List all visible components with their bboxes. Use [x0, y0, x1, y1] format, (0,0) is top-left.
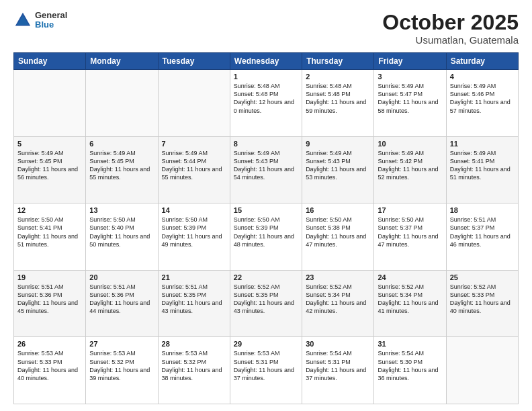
day-number: 11 [450, 140, 515, 148]
calendar-cell: 26Sunrise: 5:53 AM Sunset: 5:33 PM Dayli… [14, 337, 86, 404]
calendar-cell: 13Sunrise: 5:50 AM Sunset: 5:40 PM Dayli… [86, 203, 158, 271]
day-number: 12 [17, 206, 82, 214]
calendar-week-row: 19Sunrise: 5:51 AM Sunset: 5:36 PM Dayli… [14, 270, 519, 337]
calendar-cell: 10Sunrise: 5:49 AM Sunset: 5:42 PM Dayli… [374, 136, 446, 203]
day-number: 4 [450, 73, 515, 81]
calendar-cell: 11Sunrise: 5:49 AM Sunset: 5:41 PM Dayli… [446, 136, 518, 203]
cell-info: Sunrise: 5:48 AM Sunset: 5:48 PM Dayligh… [306, 82, 370, 115]
calendar-cell: 27Sunrise: 5:53 AM Sunset: 5:32 PM Dayli… [86, 337, 158, 404]
calendar-cell: 6Sunrise: 5:49 AM Sunset: 5:45 PM Daylig… [86, 136, 158, 203]
location: Usumatlan, Guatemala [382, 34, 519, 46]
calendar-cell: 25Sunrise: 5:52 AM Sunset: 5:33 PM Dayli… [446, 270, 518, 337]
calendar-cell: 23Sunrise: 5:52 AM Sunset: 5:34 PM Dayli… [302, 270, 374, 337]
weekday-header-row: SundayMondayTuesdayWednesdayThursdayFrid… [14, 53, 519, 70]
calendar-week-row: 5Sunrise: 5:49 AM Sunset: 5:45 PM Daylig… [14, 136, 519, 203]
weekday-header-thursday: Thursday [302, 53, 374, 70]
day-number: 19 [17, 273, 82, 281]
month-title: October 2025 [382, 11, 519, 34]
calendar-cell: 1Sunrise: 5:48 AM Sunset: 5:48 PM Daylig… [230, 70, 302, 137]
calendar-cell: 4Sunrise: 5:49 AM Sunset: 5:46 PM Daylig… [446, 70, 518, 137]
calendar-week-row: 12Sunrise: 5:50 AM Sunset: 5:41 PM Dayli… [14, 203, 519, 271]
cell-info: Sunrise: 5:50 AM Sunset: 5:40 PM Dayligh… [89, 216, 154, 248]
day-number: 14 [162, 206, 226, 214]
day-number: 20 [89, 273, 154, 281]
cell-info: Sunrise: 5:52 AM Sunset: 5:35 PM Dayligh… [234, 283, 298, 316]
cell-info: Sunrise: 5:54 AM Sunset: 5:31 PM Dayligh… [306, 349, 370, 382]
weekday-header-sunday: Sunday [14, 53, 86, 70]
weekday-header-saturday: Saturday [446, 53, 518, 70]
cell-info: Sunrise: 5:51 AM Sunset: 5:37 PM Dayligh… [450, 216, 515, 248]
calendar-cell: 18Sunrise: 5:51 AM Sunset: 5:37 PM Dayli… [446, 203, 518, 271]
logo: General Blue [13, 11, 67, 30]
day-number: 3 [378, 73, 442, 81]
cell-info: Sunrise: 5:51 AM Sunset: 5:36 PM Dayligh… [89, 283, 154, 316]
cell-info: Sunrise: 5:51 AM Sunset: 5:35 PM Dayligh… [162, 283, 226, 316]
day-number: 31 [378, 340, 442, 348]
calendar-cell: 20Sunrise: 5:51 AM Sunset: 5:36 PM Dayli… [86, 270, 158, 337]
day-number: 2 [306, 73, 370, 81]
logo-text: General Blue [35, 11, 67, 30]
cell-info: Sunrise: 5:53 AM Sunset: 5:32 PM Dayligh… [89, 349, 154, 382]
cell-info: Sunrise: 5:49 AM Sunset: 5:43 PM Dayligh… [234, 149, 298, 182]
calendar-cell: 28Sunrise: 5:53 AM Sunset: 5:32 PM Dayli… [158, 337, 230, 404]
day-number: 10 [378, 140, 442, 148]
cell-info: Sunrise: 5:52 AM Sunset: 5:34 PM Dayligh… [378, 283, 442, 316]
logo-icon [13, 11, 32, 30]
day-number: 8 [234, 140, 298, 148]
calendar-week-row: 1Sunrise: 5:48 AM Sunset: 5:48 PM Daylig… [14, 70, 519, 137]
cell-info: Sunrise: 5:49 AM Sunset: 5:42 PM Dayligh… [378, 149, 442, 182]
calendar-cell: 24Sunrise: 5:52 AM Sunset: 5:34 PM Dayli… [374, 270, 446, 337]
calendar-cell [14, 70, 86, 137]
day-number: 26 [17, 340, 82, 348]
cell-info: Sunrise: 5:49 AM Sunset: 5:45 PM Dayligh… [89, 149, 154, 182]
calendar-cell: 12Sunrise: 5:50 AM Sunset: 5:41 PM Dayli… [14, 203, 86, 271]
header: General Blue October 2025 Usumatlan, Gua… [13, 11, 519, 46]
cell-info: Sunrise: 5:50 AM Sunset: 5:39 PM Dayligh… [162, 216, 226, 248]
cell-info: Sunrise: 5:49 AM Sunset: 5:44 PM Dayligh… [162, 149, 226, 182]
cell-info: Sunrise: 5:49 AM Sunset: 5:41 PM Dayligh… [450, 149, 515, 182]
calendar-cell: 7Sunrise: 5:49 AM Sunset: 5:44 PM Daylig… [158, 136, 230, 203]
cell-info: Sunrise: 5:51 AM Sunset: 5:36 PM Dayligh… [17, 283, 82, 316]
calendar-cell: 9Sunrise: 5:49 AM Sunset: 5:43 PM Daylig… [302, 136, 374, 203]
day-number: 9 [306, 140, 370, 148]
cell-info: Sunrise: 5:48 AM Sunset: 5:48 PM Dayligh… [234, 82, 298, 115]
calendar-cell: 19Sunrise: 5:51 AM Sunset: 5:36 PM Dayli… [14, 270, 86, 337]
cell-info: Sunrise: 5:50 AM Sunset: 5:39 PM Dayligh… [234, 216, 298, 248]
page: General Blue October 2025 Usumatlan, Gua… [0, 0, 532, 411]
calendar-cell: 22Sunrise: 5:52 AM Sunset: 5:35 PM Dayli… [230, 270, 302, 337]
calendar-cell: 30Sunrise: 5:54 AM Sunset: 5:31 PM Dayli… [302, 337, 374, 404]
cell-info: Sunrise: 5:54 AM Sunset: 5:30 PM Dayligh… [378, 349, 442, 382]
cell-info: Sunrise: 5:53 AM Sunset: 5:32 PM Dayligh… [162, 349, 226, 382]
day-number: 29 [234, 340, 298, 348]
cell-info: Sunrise: 5:50 AM Sunset: 5:41 PM Dayligh… [17, 216, 82, 248]
calendar-cell: 8Sunrise: 5:49 AM Sunset: 5:43 PM Daylig… [230, 136, 302, 203]
weekday-header-friday: Friday [374, 53, 446, 70]
cell-info: Sunrise: 5:50 AM Sunset: 5:38 PM Dayligh… [306, 216, 370, 248]
day-number: 23 [306, 273, 370, 281]
cell-info: Sunrise: 5:50 AM Sunset: 5:37 PM Dayligh… [378, 216, 442, 248]
logo-blue-text: Blue [35, 20, 67, 30]
calendar-cell: 15Sunrise: 5:50 AM Sunset: 5:39 PM Dayli… [230, 203, 302, 271]
cell-info: Sunrise: 5:53 AM Sunset: 5:33 PM Dayligh… [17, 349, 82, 382]
calendar-week-row: 26Sunrise: 5:53 AM Sunset: 5:33 PM Dayli… [14, 337, 519, 404]
day-number: 22 [234, 273, 298, 281]
day-number: 13 [89, 206, 154, 214]
calendar-cell [446, 337, 518, 404]
calendar-cell: 21Sunrise: 5:51 AM Sunset: 5:35 PM Dayli… [158, 270, 230, 337]
logo-general-text: General [35, 11, 67, 20]
calendar-cell [86, 70, 158, 137]
calendar-cell: 5Sunrise: 5:49 AM Sunset: 5:45 PM Daylig… [14, 136, 86, 203]
cell-info: Sunrise: 5:49 AM Sunset: 5:46 PM Dayligh… [450, 82, 515, 115]
calendar-cell: 2Sunrise: 5:48 AM Sunset: 5:48 PM Daylig… [302, 70, 374, 137]
cell-info: Sunrise: 5:49 AM Sunset: 5:47 PM Dayligh… [378, 82, 442, 115]
calendar-cell: 14Sunrise: 5:50 AM Sunset: 5:39 PM Dayli… [158, 203, 230, 271]
cell-info: Sunrise: 5:52 AM Sunset: 5:34 PM Dayligh… [306, 283, 370, 316]
day-number: 7 [162, 140, 226, 148]
day-number: 6 [89, 140, 154, 148]
day-number: 15 [234, 206, 298, 214]
day-number: 24 [378, 273, 442, 281]
day-number: 16 [306, 206, 370, 214]
day-number: 1 [234, 73, 298, 81]
calendar-cell: 31Sunrise: 5:54 AM Sunset: 5:30 PM Dayli… [374, 337, 446, 404]
day-number: 30 [306, 340, 370, 348]
